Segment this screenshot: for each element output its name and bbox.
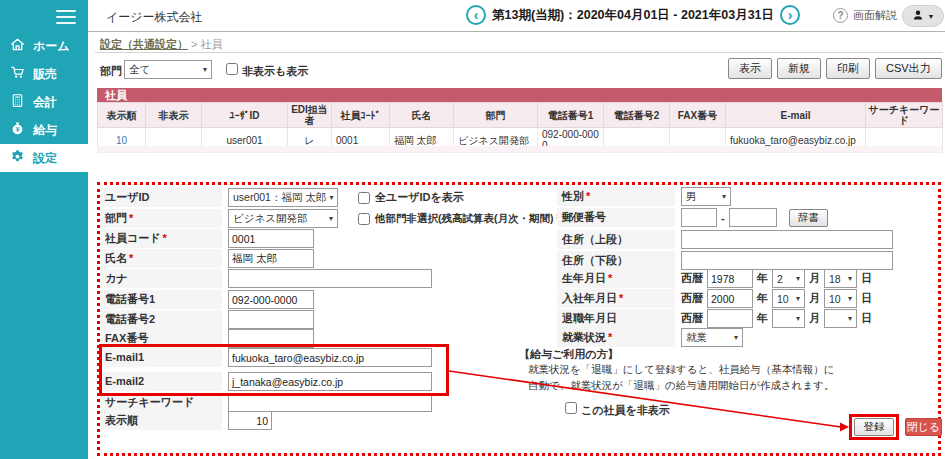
gender-label: 性別* [557, 187, 675, 206]
email1-input[interactable] [228, 348, 432, 367]
search-keyword-input[interactable] [228, 393, 432, 412]
address-upper-input[interactable] [681, 230, 893, 249]
sidebar-item-payroll[interactable]: ¥ 給与 [0, 116, 88, 144]
gear-icon [10, 149, 25, 167]
era-label: 西暦 [681, 311, 703, 326]
table-empty-strip [97, 146, 942, 153]
birth-date-label: 生年月日* [557, 269, 675, 288]
view-button[interactable]: 表示 [728, 58, 772, 79]
emp-code-input[interactable] [228, 229, 314, 248]
year-unit: 年 [757, 311, 768, 326]
birth-year-input[interactable] [707, 269, 753, 288]
join-date-label: 入社年月日* [557, 289, 675, 308]
show-hidden-label: 非表示も表示 [242, 64, 308, 79]
name-input[interactable] [228, 249, 314, 268]
col-emp-code: 社員ｺｰﾄﾞ [332, 103, 390, 128]
payroll-note-line1: 就業状況を「退職」にして登録すると、社員給与（基本情報）に [528, 363, 834, 377]
form-row-birth-date: 生年月日* 西暦 年 2▾ 月 18▾ 日 [557, 269, 876, 288]
email2-input[interactable] [228, 372, 432, 391]
tel2-label: 電話番号2 [100, 310, 222, 329]
breadcrumb-separator: > [191, 38, 197, 50]
breadcrumb-settings-link[interactable]: 設定（共通設定） [100, 38, 188, 50]
form-row-display-order: 表示順 [100, 411, 272, 430]
user-id-select[interactable]: user001：福岡 太郎 ▾ [228, 188, 338, 207]
hamburger-menu-icon[interactable] [56, 10, 76, 28]
sidebar-item-sales[interactable]: 販売 [0, 60, 88, 88]
postal-code2-input[interactable] [729, 208, 777, 227]
payroll-note-heading: 【給与ご利用の方】 [519, 347, 619, 362]
close-button[interactable]: 閉じる [905, 418, 942, 436]
col-tel2: 電話番号2 [604, 103, 670, 128]
retire-month-select[interactable]: ▾ [772, 309, 805, 328]
gender-select[interactable]: 男 ▾ [681, 187, 731, 206]
app-header: イージー株式会社 ‹ 第13期(当期)：2020年04月01日 - 2021年0… [88, 0, 945, 32]
birth-month-select[interactable]: 2▾ [772, 269, 805, 288]
hide-employee-label: この社員を非表示 [581, 403, 670, 418]
prev-period-button[interactable]: ‹ [466, 5, 486, 25]
tel1-label: 電話番号1 [100, 290, 222, 309]
chevron-down-icon: ▾ [734, 333, 738, 342]
join-day-select[interactable]: 10▾ [824, 289, 857, 308]
address-lower-input[interactable] [681, 251, 893, 270]
work-status-select[interactable]: 就業 ▾ [681, 328, 743, 347]
sidebar-item-accounting[interactable]: 会計 [0, 88, 88, 116]
dept-select[interactable]: ビジネス開発部 ▾ [228, 209, 338, 228]
postal-code1-input[interactable] [681, 208, 717, 227]
show-hidden-checkbox[interactable] [226, 63, 238, 75]
list-action-buttons: 表示 新規 印刷 CSV出力 [728, 58, 942, 79]
home-icon [10, 37, 25, 55]
day-unit: 日 [861, 291, 872, 306]
sidebar-item-settings[interactable]: 設定 [0, 144, 88, 172]
birth-day-select[interactable]: 18▾ [824, 269, 857, 288]
year-unit: 年 [757, 271, 768, 286]
department-filter-select[interactable]: 全て ▾ [124, 60, 212, 79]
form-row-gender: 性別* 男 ▾ [557, 187, 731, 206]
era-label: 西暦 [681, 271, 703, 286]
form-row-tel1: 電話番号1 [100, 290, 314, 309]
user-menu-button[interactable]: ▼ [902, 5, 944, 27]
other-dept-unselect-checkbox[interactable] [358, 213, 370, 225]
new-button[interactable]: 新規 [777, 58, 821, 79]
table-header-row: 表示順 非表示 ﾕｰｻﾞID EDI担当者 社員ｺｰﾄﾞ 氏名 部門 電話番号1… [98, 103, 943, 128]
chevron-down-icon: ▾ [722, 192, 726, 201]
hide-employee-checkbox[interactable] [565, 402, 577, 414]
fiscal-period-label: 第13期(当期)：2020年04月01日 - 2021年03月31日 [492, 7, 774, 24]
tel1-input[interactable] [228, 290, 314, 309]
dept-value: ビジネス開発部 [233, 212, 307, 226]
sidebar-item-label: 設定 [33, 150, 57, 167]
col-edi: EDI担当者 [288, 103, 332, 128]
month-unit: 月 [809, 311, 820, 326]
address-upper-label: 住所（上段） [557, 230, 675, 249]
cart-icon [10, 65, 25, 83]
sidebar-item-label: 販売 [33, 66, 57, 83]
csv-export-button[interactable]: CSV出力 [875, 58, 942, 79]
sidebar-menu: ホーム 販売 会計 ¥ 給与 設定 [0, 32, 88, 172]
form-row-retire-date: 退職年月日 西暦 年 ▾ 月 ▾ 日 [557, 309, 876, 328]
chevron-down-icon: ▾ [848, 274, 852, 283]
kana-input[interactable] [228, 269, 432, 288]
postal-dictionary-button[interactable]: 辞書 [789, 209, 828, 227]
tel2-input[interactable] [228, 310, 314, 329]
retire-day-select[interactable]: ▾ [824, 309, 857, 328]
sidebar-item-home[interactable]: ホーム [0, 32, 88, 60]
register-button[interactable]: 登録 [854, 418, 894, 436]
screen-help-button[interactable]: ? 画面解説 [833, 8, 897, 23]
chevron-down-icon: ▾ [848, 294, 852, 303]
fax-label: FAX番号 [100, 329, 222, 348]
month-unit: 月 [809, 291, 820, 306]
join-year-input[interactable] [707, 289, 753, 308]
join-month-select[interactable]: 10▾ [772, 289, 805, 308]
form-row-name: 氏名* [100, 249, 314, 268]
dept-label: 部門* [100, 209, 222, 228]
show-all-user-ids-checkbox[interactable] [358, 192, 370, 204]
fiscal-period-switcher: ‹ 第13期(当期)：2020年04月01日 - 2021年03月31日 › [466, 5, 800, 25]
retire-year-input[interactable] [707, 309, 753, 328]
fax-input[interactable] [228, 329, 314, 348]
user-id-value: user001：福岡 太郎 [233, 191, 326, 205]
print-button[interactable]: 印刷 [826, 58, 870, 79]
help-label: 画面解説 [853, 8, 897, 23]
next-period-button[interactable]: › [780, 5, 800, 25]
form-row-search-keyword: サーチキーワード [100, 393, 432, 412]
display-order-input[interactable] [228, 411, 272, 430]
form-row-fax: FAX番号 [100, 329, 314, 348]
